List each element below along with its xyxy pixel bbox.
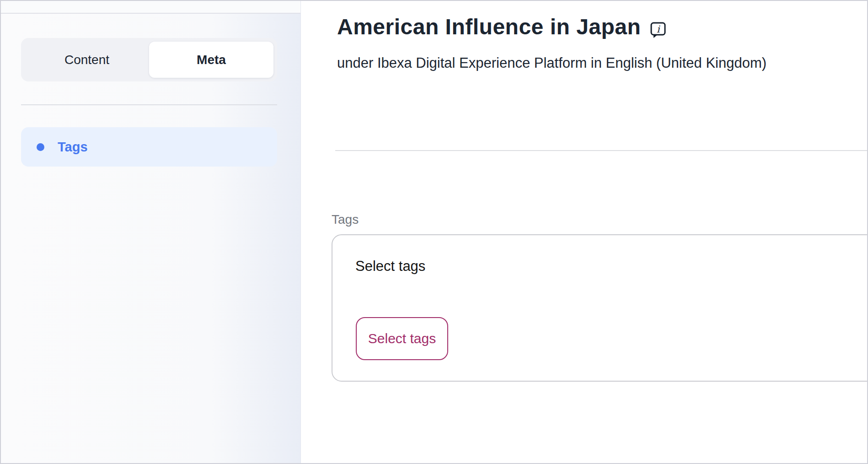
content-meta-tab-switcher: Content Meta [21, 38, 277, 81]
tags-field-card: Select tags Select tags [332, 234, 868, 382]
main-content: American Influence in Japan i under Ibex… [301, 1, 867, 463]
app-window: Content Meta Tags American Influence in … [0, 0, 868, 464]
tab-meta[interactable]: Meta [149, 42, 273, 78]
edit-sidebar: Content Meta Tags [1, 1, 301, 463]
content-location-subtitle: under Ibexa Digital Experience Platform … [337, 55, 766, 71]
sidebar-top-strip [1, 1, 300, 14]
title-row: American Influence in Japan i [337, 14, 666, 40]
tags-field-label: Tags [332, 212, 359, 227]
page-title: American Influence in Japan [337, 14, 641, 40]
tab-content[interactable]: Content [25, 42, 149, 78]
sidebar-item-label: Tags [58, 140, 88, 155]
active-bullet-icon [37, 143, 44, 151]
info-tooltip-icon[interactable]: i [650, 22, 666, 39]
header-divider [335, 150, 867, 151]
select-tags-button[interactable]: Select tags [356, 317, 448, 360]
sidebar-divider [21, 104, 277, 105]
sidebar-item-tags[interactable]: Tags [21, 127, 277, 167]
tags-field-title: Select tags [355, 258, 425, 275]
